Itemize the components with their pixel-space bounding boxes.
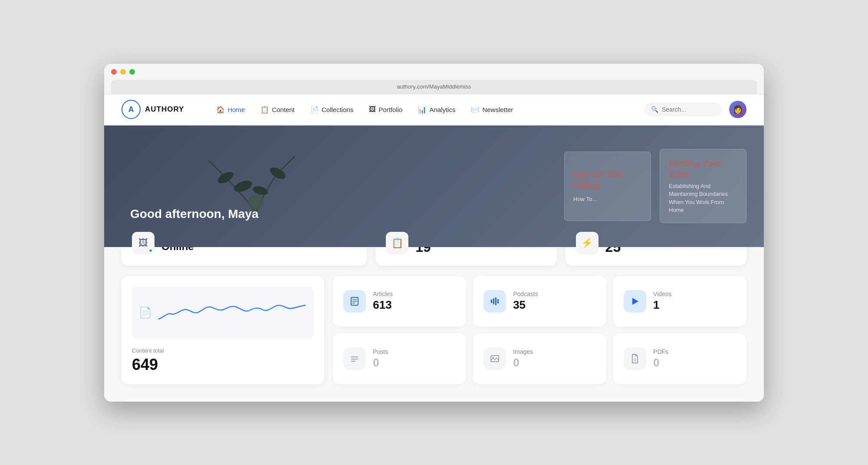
book-subtitle-2: Establishing And Maintaining Boundaries … [669, 182, 737, 214]
close-dot[interactable] [111, 69, 117, 75]
images-svg [490, 353, 500, 364]
content-grid: Articles 613 Podca [333, 276, 746, 384]
pdfs-svg [630, 353, 640, 364]
browser-chrome: authory.com/MayaMiddlemiss [104, 64, 764, 94]
chart-footer-label: Content total [132, 347, 314, 354]
videos-icon [624, 290, 646, 313]
collections-icon: 📄 [310, 106, 319, 114]
chart-footer-number: 649 [132, 356, 314, 374]
minimize-dot[interactable] [120, 69, 126, 75]
home-icon: 🏠 [216, 106, 225, 114]
address-text: authory.com/MayaMiddlemiss [397, 83, 471, 90]
maximize-dot[interactable] [129, 69, 135, 75]
logo-icon: A [122, 100, 141, 119]
svg-point-0 [216, 169, 236, 185]
articles-label: Articles [373, 290, 393, 297]
svg-rect-12 [497, 299, 499, 303]
podcasts-icon [483, 290, 506, 313]
articles-icon [343, 290, 366, 313]
podcasts-count: 35 [513, 298, 538, 312]
logo[interactable]: A AUTHORY [122, 100, 184, 119]
videos-count: 1 [653, 298, 672, 312]
portfolio-status-icon: 🖼 [138, 237, 148, 249]
avatar[interactable]: 👩 [729, 101, 746, 118]
search-icon: 🔍 [651, 106, 658, 113]
chart-card: 📄 Content total 649 [122, 276, 324, 384]
nav-label-collections: Collections [322, 106, 353, 113]
podcasts-card[interactable]: Podcasts 35 [473, 276, 606, 327]
logo-text: AUTHORY [145, 105, 184, 114]
book-title-1: Out Of The Office [573, 169, 642, 192]
videos-label: Videos [653, 290, 672, 297]
navbar: A AUTHORY 🏠 Home 📋 Content 📄 Collections… [104, 94, 764, 125]
nav-label-analytics: Analytics [429, 106, 455, 113]
articles-info: Articles 613 [373, 290, 393, 312]
posts-label: Posts [373, 348, 388, 355]
nav-links: 🏠 Home 📋 Content 📄 Collections 🖼 Portfol… [210, 102, 627, 117]
book-title-2: Finding Your Edge [669, 158, 737, 179]
posts-svg [349, 353, 360, 364]
images-info: Images 0 [513, 348, 533, 369]
articles-count: 613 [373, 298, 393, 312]
hero-banner: Good afternoon, Maya Out Of The Office H… [104, 125, 764, 247]
svg-marker-13 [632, 298, 638, 305]
nav-right: 🔍 👩 [644, 101, 746, 118]
nav-item-portfolio[interactable]: 🖼 Portfolio [363, 102, 408, 117]
podcasts-info: Podcasts 35 [513, 290, 538, 312]
browser-address-bar: authory.com/MayaMiddlemiss [111, 80, 757, 94]
nav-item-newsletter[interactable]: ✉️ Newsletter [465, 102, 519, 117]
hero-books: Out Of The Office How To... Finding Your… [564, 125, 764, 247]
content-chart [157, 297, 307, 328]
images-icon [483, 347, 506, 370]
podcasts-label: Podcasts [513, 290, 538, 297]
svg-point-1 [233, 178, 254, 194]
newsletter-icon: ✉️ [471, 106, 480, 114]
pdfs-icon [624, 347, 646, 370]
posts-icon [343, 347, 366, 370]
svg-rect-11 [495, 297, 496, 305]
search-input[interactable] [662, 106, 715, 113]
nav-label-portfolio: Portfolio [378, 106, 402, 113]
content-icon: 📋 [260, 106, 269, 114]
images-count: 0 [513, 356, 533, 369]
collections-card-icon: 📋 [391, 237, 403, 249]
status-icon-wrap: 🖼 [132, 232, 155, 254]
images-card[interactable]: Images 0 [473, 333, 606, 384]
videos-svg [630, 296, 640, 307]
videos-card[interactable]: Videos 1 [613, 276, 746, 327]
chart-content-icon: 📄 [139, 307, 152, 319]
pdfs-count: 0 [653, 356, 668, 369]
sources-card-icon: ⚡ [581, 237, 593, 249]
chart-area: 📄 [132, 287, 314, 339]
hero-greeting: Good afternoon, Maya [130, 207, 259, 221]
collections-icon-wrap: 📋 [386, 232, 408, 254]
videos-info: Videos 1 [653, 290, 672, 312]
posts-info: Posts 0 [373, 348, 388, 369]
posts-card[interactable]: Posts 0 [333, 333, 466, 384]
portfolio-icon: 🖼 [369, 106, 376, 113]
browser-window: authory.com/MayaMiddlemiss A AUTHORY 🏠 H… [104, 64, 764, 402]
book-card-1: Out Of The Office How To... [564, 152, 651, 221]
nav-label-content: Content [272, 106, 295, 113]
nav-label-home: Home [227, 106, 245, 113]
book-card-2: Finding Your Edge Establishing And Maint… [660, 149, 746, 223]
pdfs-info: PDFs 0 [653, 348, 668, 369]
svg-point-2 [268, 165, 288, 181]
podcasts-svg [490, 296, 500, 307]
online-indicator [148, 248, 153, 253]
nav-item-analytics[interactable]: 📊 Analytics [412, 102, 461, 117]
search-box[interactable]: 🔍 [644, 102, 722, 116]
pdfs-label: PDFs [653, 348, 668, 355]
svg-rect-9 [491, 300, 492, 303]
nav-item-home[interactable]: 🏠 Home [210, 102, 251, 117]
nav-label-newsletter: Newsletter [482, 106, 513, 113]
articles-card[interactable]: Articles 613 [333, 276, 466, 327]
images-label: Images [513, 348, 533, 355]
pdfs-card[interactable]: PDFs 0 [613, 333, 746, 384]
browser-dots [111, 69, 757, 75]
posts-count: 0 [373, 356, 388, 369]
nav-item-collections[interactable]: 📄 Collections [304, 102, 359, 117]
svg-rect-10 [493, 298, 494, 304]
book-subtitle-1: How To... [573, 195, 642, 203]
nav-item-content[interactable]: 📋 Content [254, 102, 301, 117]
